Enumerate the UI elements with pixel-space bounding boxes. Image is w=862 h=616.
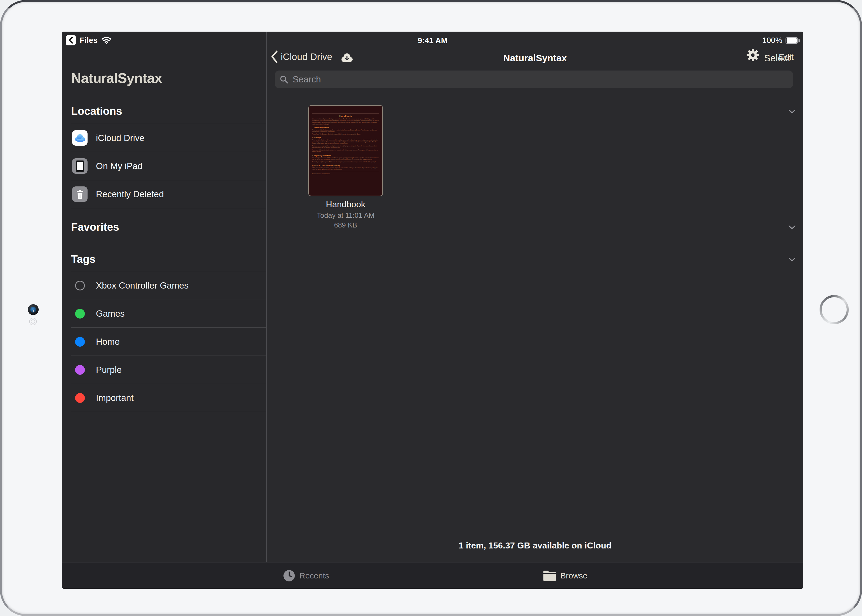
file-modified-date: Today at 11:01 AM	[301, 211, 390, 220]
ipad-icon	[72, 158, 88, 174]
section-header-tags[interactable]: Tags	[71, 253, 95, 265]
back-button[interactable]: iCloud Drive	[271, 49, 332, 64]
thumb-doc-title: Handbook	[312, 115, 379, 118]
status-bar-left: Files	[66, 35, 112, 46]
tag-circle-icon	[75, 365, 85, 375]
thumb-gear-glyph: ⚙	[312, 137, 313, 138]
search-bar[interactable]	[275, 71, 793, 88]
tag-circle-icon	[75, 337, 85, 347]
sidebar-tag-games[interactable]: Games	[62, 300, 266, 327]
file-thumbnail: Handbook Welcome to Natural Syntax, with…	[308, 105, 383, 196]
file-browser-pane: iCloud Drive NaturalSyntax	[267, 31, 803, 562]
file-size: 689 KB	[301, 221, 390, 229]
sidebar-item-label: On My iPad	[96, 161, 142, 171]
file-item-handbook[interactable]: Handbook Welcome to Natural Syntax, with…	[301, 105, 390, 229]
chevron-left-icon	[271, 50, 278, 63]
files-app-screen: Files 9:41 AM 100% Edit NaturalSyntax Lo…	[62, 31, 803, 589]
ambient-sensor	[29, 318, 37, 325]
section-header-locations[interactable]: Locations	[71, 105, 122, 117]
status-bar-right: 100%	[762, 36, 798, 45]
sidebar-tag-important[interactable]: Important	[62, 384, 266, 412]
back-to-app-button[interactable]	[66, 35, 76, 46]
wifi-icon	[101, 36, 112, 44]
sidebar-tag-xbox-controller-games[interactable]: Xbox Controller Games	[62, 271, 266, 300]
battery-percent: 100%	[762, 36, 782, 45]
status-clock: 9:41 AM	[62, 36, 803, 45]
tab-browse[interactable]: Browse	[543, 563, 587, 589]
search-input[interactable]	[292, 74, 788, 85]
select-button[interactable]: Select	[764, 53, 790, 63]
tab-bar: Recents Browse	[62, 562, 803, 589]
tag-circle-icon	[75, 309, 85, 319]
tag-label: Games	[96, 308, 124, 319]
chevron-left-icon	[68, 37, 74, 44]
back-button-label: iCloud Drive	[281, 51, 332, 62]
app-title: NaturalSyntax	[71, 70, 162, 86]
gear-icon[interactable]	[746, 48, 760, 63]
item-count-status: 1 item, 156.37 GB available on iCloud	[267, 541, 803, 551]
tag-label: Home	[96, 337, 120, 347]
sidebar-item-on-my-ipad[interactable]: On My iPad	[62, 152, 266, 180]
tag-label: Purple	[96, 365, 122, 375]
search-icon	[280, 75, 288, 84]
tab-browse-label: Browse	[560, 571, 587, 580]
sidebar-tag-purple[interactable]: Purple	[62, 356, 266, 383]
trash-icon	[72, 186, 88, 202]
icloud-drive-icon	[72, 130, 88, 146]
folder-icon	[543, 570, 556, 581]
tab-recents-label: Recents	[299, 571, 329, 580]
sidebar-item-label: Recently Deleted	[96, 189, 164, 200]
section-header-favorites[interactable]: Favorites	[71, 221, 119, 233]
tag-circle-icon	[75, 281, 85, 291]
thumb-cloud-glyph: ☁	[312, 127, 314, 129]
home-button[interactable]	[820, 295, 849, 324]
front-camera	[28, 304, 39, 315]
tag-label: Important	[96, 393, 134, 403]
clock-icon	[283, 569, 295, 582]
battery-icon	[785, 37, 798, 44]
cloud-download-icon[interactable]	[340, 53, 354, 64]
thumb-import-glyph: ⬆	[312, 155, 313, 156]
sidebar-item-label: iCloud Drive	[96, 133, 145, 143]
ipad-device-frame: Files 9:41 AM 100% Edit NaturalSyntax Lo…	[0, 0, 862, 616]
tag-label: Xbox Controller Games	[96, 280, 189, 291]
tag-circle-icon	[75, 393, 85, 403]
back-to-app-label: Files	[80, 36, 98, 45]
sidebar-tag-home[interactable]: Home	[62, 328, 266, 355]
sidebar-item-icloud-drive[interactable]: iCloud Drive	[62, 124, 266, 152]
tab-recents[interactable]: Recents	[283, 563, 329, 589]
file-name: Handbook	[301, 200, 390, 209]
thumb-overlay-glyph: ▦	[312, 165, 313, 167]
sidebar-item-recently-deleted[interactable]: Recently Deleted	[62, 180, 266, 208]
